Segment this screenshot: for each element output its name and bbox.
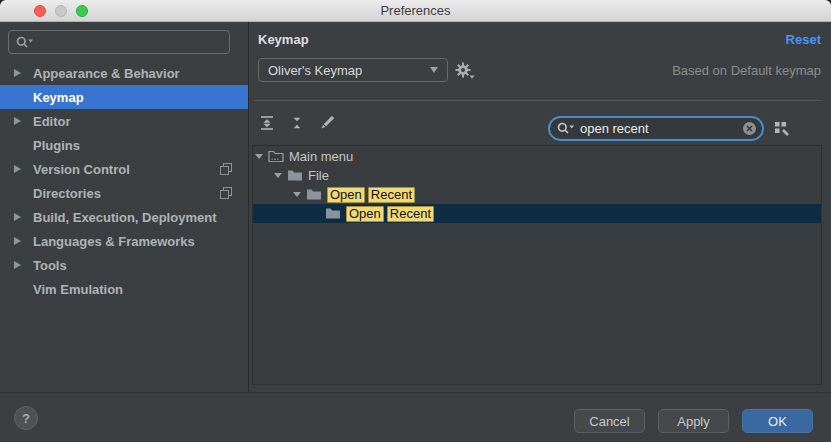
collapse-all-icon[interactable] [286, 112, 308, 134]
chevron-right-icon [14, 117, 21, 125]
folder-icon [325, 207, 341, 220]
chevron-down-icon [293, 192, 301, 197]
chevron-down-icon [430, 67, 438, 73]
reset-link[interactable]: Reset [786, 32, 821, 47]
settings-sidebar: Appearance & Behavior Keymap Editor Plug… [0, 22, 249, 392]
dialog-buttons: Cancel Apply OK [574, 409, 813, 433]
search-icon [556, 121, 576, 136]
window-title: Preferences [380, 3, 450, 18]
sidebar-item-keymap[interactable]: Keymap [0, 85, 248, 109]
folder-icon [287, 169, 303, 182]
traffic-lights [34, 5, 88, 17]
chevron-right-icon [14, 69, 21, 77]
clear-search-icon[interactable] [742, 121, 757, 136]
question-mark-icon: ? [22, 411, 30, 426]
sidebar-item-plugins[interactable]: Plugins [0, 133, 248, 157]
header-separator [254, 100, 822, 101]
sidebar-item-languages-frameworks[interactable]: Languages & Frameworks [0, 229, 248, 253]
folder-icon [306, 188, 322, 201]
tree-row-open-recent-match[interactable]: Open Recent [253, 185, 821, 204]
chevron-right-icon [14, 213, 21, 221]
per-project-settings-icon [220, 163, 232, 175]
sidebar-item-directories[interactable]: Directories [0, 181, 248, 205]
based-on-label: Based on Default keymap [672, 63, 821, 78]
per-project-settings-icon [220, 187, 232, 199]
help-button[interactable]: ? [14, 406, 38, 430]
main-menu-folder-icon [268, 150, 284, 163]
search-icon [15, 35, 35, 50]
titlebar: Preferences [0, 0, 831, 22]
keymap-select[interactable]: Oliver's Keymap [258, 58, 448, 82]
dialog-footer: ? Cancel Apply OK [0, 392, 831, 442]
page-title: Keymap [258, 32, 309, 47]
preferences-window: Preferences Appearance & Behavior Keymap… [0, 0, 831, 442]
keymap-settings-panel: Keymap Reset Oliver's Keymap Based on De… [250, 22, 831, 392]
chevron-down-icon [274, 173, 282, 178]
find-by-shortcut-icon[interactable] [771, 118, 793, 140]
sidebar-item-version-control[interactable]: Version Control [0, 157, 248, 181]
shortcut-search-input[interactable] [578, 120, 740, 137]
tree-row-main-menu[interactable]: Main menu [253, 147, 821, 166]
zoom-button[interactable] [76, 5, 88, 17]
tree-toolbar [256, 112, 338, 134]
match-highlight: Open Recent [346, 206, 434, 222]
shortcut-search-field[interactable] [548, 116, 764, 141]
sidebar-item-vim-emulation[interactable]: Vim Emulation [0, 277, 248, 301]
keymap-tree: Main menu File Open Recent [252, 145, 822, 385]
expand-all-icon[interactable] [256, 112, 278, 134]
chevron-down-icon [255, 154, 263, 159]
gear-icon[interactable] [454, 61, 476, 81]
close-button[interactable] [34, 5, 46, 17]
tree-row-open-recent-selected[interactable]: Open Recent [253, 204, 821, 223]
sidebar-search-field[interactable] [8, 30, 230, 54]
sidebar-search-input[interactable] [37, 34, 223, 51]
sidebar-item-build-execution-deployment[interactable]: Build, Execution, Deployment [0, 205, 248, 229]
chevron-right-icon [14, 237, 21, 245]
minimize-button[interactable] [55, 5, 67, 17]
ok-button[interactable]: OK [742, 409, 813, 433]
edit-icon[interactable] [316, 112, 338, 134]
sidebar-items: Appearance & Behavior Keymap Editor Plug… [0, 61, 248, 301]
cancel-button[interactable]: Cancel [574, 409, 645, 433]
apply-button[interactable]: Apply [658, 409, 729, 433]
chevron-right-icon [14, 165, 21, 173]
match-highlight: Open Recent [327, 187, 415, 203]
sidebar-item-editor[interactable]: Editor [0, 109, 248, 133]
tree-row-file[interactable]: File [253, 166, 821, 185]
chevron-right-icon [14, 261, 21, 269]
sidebar-item-tools[interactable]: Tools [0, 253, 248, 277]
sidebar-item-appearance-behavior[interactable]: Appearance & Behavior [0, 61, 248, 85]
